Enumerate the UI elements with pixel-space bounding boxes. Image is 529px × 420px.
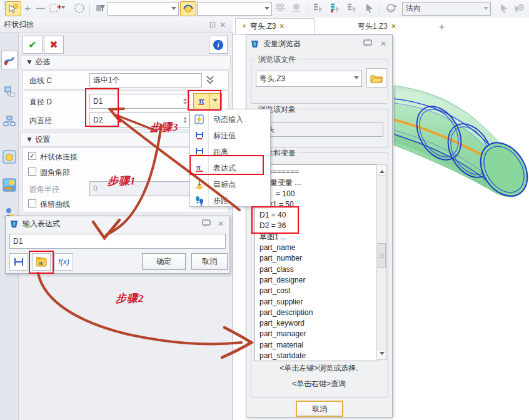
new-tab-button[interactable]: + — [433, 18, 451, 34]
scroll-down-button[interactable] — [377, 349, 386, 359]
add-entity-button[interactable]: ＋ — [21, 1, 34, 15]
list-item[interactable]: ========= — [255, 167, 378, 178]
cancel-button[interactable]: 取消 — [191, 253, 228, 270]
inner-diameter-spinner[interactable] — [181, 115, 189, 125]
list-item[interactable]: = 100 — [255, 189, 378, 199]
comment-icon[interactable] — [202, 219, 211, 227]
sphere-set-button[interactable] — [290, 1, 305, 15]
tab-close-icon[interactable]: × — [391, 22, 396, 31]
dimension-value-button[interactable] — [9, 253, 28, 271]
scrollbar-thumb[interactable] — [378, 243, 386, 268]
toolbar-grip[interactable]: ⋮⋮ — [1, 2, 4, 8]
solid-view-icon[interactable] — [1, 148, 18, 166]
annotation-box-d1d2-values — [251, 206, 299, 234]
tab-close-icon[interactable]: × — [280, 22, 284, 31]
dimension-bracket-icon — [14, 258, 24, 266]
variable-list[interactable]: ========= 量变量 ... = 100 r1 = 50 D1 = 40 … — [254, 164, 378, 361]
close-icon[interactable]: ✕ — [378, 39, 388, 48]
settings-pick-button[interactable] — [511, 1, 528, 15]
menu-item-label: 步距 — [208, 196, 228, 206]
cancel-feature-button[interactable]: ✖ — [44, 36, 64, 54]
toolbar-separator — [89, 2, 90, 15]
pick-cursor-button[interactable] — [363, 1, 376, 15]
function-button[interactable]: f(x) — [54, 253, 73, 271]
list-item[interactable]: 量变量 ... — [255, 178, 378, 188]
cube-node-icon[interactable] — [1, 82, 18, 101]
cursor-bulb-icon — [8, 3, 19, 14]
filter-combobox-caret-icon — [171, 7, 176, 12]
view-mode-button[interactable] — [180, 1, 196, 16]
panel-title: 杆状扫掠 — [4, 19, 34, 30]
menu-item-target-point[interactable]: 目标点 — [190, 176, 270, 192]
open-file-button[interactable] — [366, 68, 386, 88]
selection-set-button[interactable] — [48, 1, 67, 15]
variable-browser-cancel-button[interactable]: 取消 — [296, 401, 343, 417]
close-icon[interactable]: ✕ — [216, 219, 226, 228]
fillet-radius-input[interactable]: 0 — [89, 181, 197, 196]
image-render-icon[interactable] — [1, 176, 18, 194]
list-item[interactable]: part_startdate — [255, 351, 378, 361]
menu-item-dimension-value[interactable]: 标注值 — [190, 128, 270, 144]
remove-entity-button[interactable]: — — [34, 1, 47, 15]
direction-combobox-caret-icon — [483, 7, 488, 12]
pick-direction-button[interactable] — [497, 1, 511, 15]
list-item[interactable]: part_material — [255, 340, 378, 351]
list-item[interactable]: part_description — [255, 308, 378, 318]
list-item[interactable]: part_keyword — [255, 318, 378, 329]
step1-label: 步骤1 — [108, 174, 136, 188]
tab-wantou1-z3[interactable]: 弯头1.Z3 × — [351, 18, 420, 34]
filter-combobox[interactable] — [108, 2, 179, 16]
list-scrollbar[interactable] — [376, 164, 387, 360]
required-section-header[interactable]: ▼ 必选 — [20, 55, 231, 69]
toolbar-separator — [308, 2, 308, 15]
3d-viewport[interactable] — [393, 34, 529, 420]
tab-wantou-z3[interactable]: + 弯头.Z3 × — [235, 18, 315, 34]
close-icon[interactable]: ✕ — [218, 21, 228, 29]
reorient-button[interactable] — [383, 1, 399, 15]
file-combobox-value: 弯头.Z3 — [259, 74, 285, 84]
dashed-circle-icon — [74, 2, 85, 14]
cancel-button-label: 取消 — [202, 256, 217, 267]
expression-input[interactable]: D1 — [9, 234, 226, 249]
diameter-label: 直径 D — [29, 97, 52, 108]
pick-list-active-button[interactable] — [328, 1, 343, 15]
ok-button[interactable]: 确定 — [142, 253, 186, 270]
list-item[interactable]: part_supplier — [255, 297, 378, 308]
sweep-feature-icon[interactable] — [1, 51, 18, 69]
list-item[interactable]: part_number — [255, 253, 378, 264]
filter-button[interactable] — [93, 1, 108, 15]
list-item[interactable]: part_manager — [255, 329, 378, 339]
direction-combobox[interactable]: 法向 — [402, 2, 491, 16]
scroll-up-button[interactable] — [377, 165, 386, 176]
list-item[interactable]: part_class — [255, 264, 378, 275]
lasso-select-button[interactable] — [72, 1, 87, 15]
pick-hint-button[interactable] — [5, 1, 21, 16]
fillet-corner-label: 圆角角部 — [40, 168, 70, 178]
expression-input-value: D1 — [13, 237, 23, 246]
list-item[interactable]: part_name — [255, 242, 378, 253]
zw3d-app-window: { "top_toolbar": { "select_combo_value":… — [0, 0, 529, 420]
pick-list-button[interactable] — [311, 1, 326, 15]
annotation-box-pi-button — [188, 90, 221, 111]
hierarchy-icon[interactable] — [1, 112, 18, 131]
file-combobox[interactable]: 弯头.Z3 — [256, 71, 362, 87]
fillet-corner-checkbox[interactable] — [28, 168, 36, 176]
menu-item-dynamic-input[interactable]: 动态输入 — [190, 111, 270, 128]
variable-browser-title: 变量浏览器 — [263, 39, 301, 49]
confirm-button[interactable]: ✔ — [23, 36, 43, 54]
tab-label: 弯头1.Z3 — [358, 21, 388, 32]
curve-input[interactable]: 选中1个 — [89, 73, 202, 88]
info-button[interactable]: i — [209, 36, 228, 54]
footstep-icon — [194, 196, 204, 206]
list-item[interactable]: part_cost — [255, 286, 378, 296]
offset-button[interactable] — [273, 1, 288, 15]
rod-connect-checkbox[interactable] — [28, 152, 36, 160]
keep-curve-checkbox[interactable] — [28, 199, 36, 208]
pick-last-button[interactable] — [345, 1, 360, 15]
restore-icon[interactable]: ⊡ — [208, 21, 218, 29]
expand-chevrons-icon[interactable] — [206, 75, 214, 85]
list-item[interactable]: part_designer — [255, 275, 378, 286]
comment-icon[interactable] — [363, 39, 372, 47]
browse-file-group: 浏览该文件 弯头.Z3 — [251, 59, 388, 104]
view-combobox[interactable] — [197, 2, 272, 16]
